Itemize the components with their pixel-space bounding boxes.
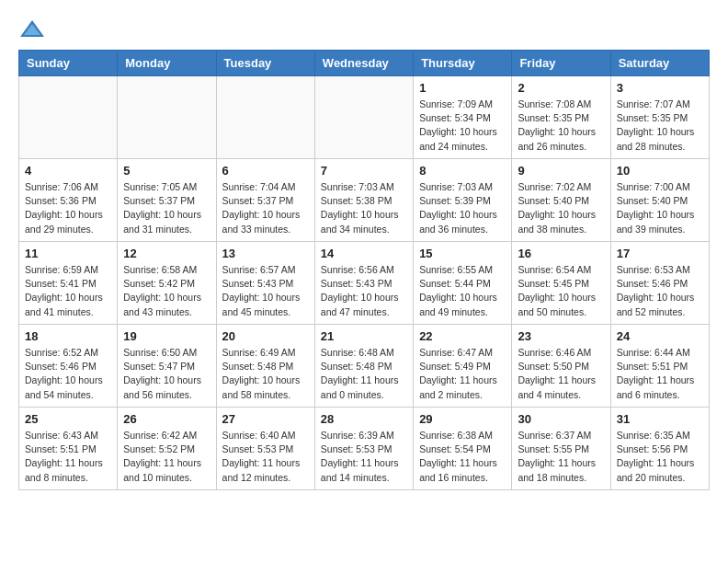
day-number: 23 (518, 329, 604, 343)
day-info: Sunrise: 7:04 AM Sunset: 5:37 PM Dayligh… (222, 180, 309, 236)
calendar-cell: 10Sunrise: 7:00 AM Sunset: 5:40 PM Dayli… (610, 159, 709, 242)
day-number: 7 (321, 164, 407, 178)
weekday-header: Friday (512, 51, 610, 76)
day-info: Sunrise: 6:52 AM Sunset: 5:46 PM Dayligh… (25, 346, 111, 402)
calendar-cell: 4Sunrise: 7:06 AM Sunset: 5:36 PM Daylig… (19, 159, 118, 242)
day-number: 20 (222, 329, 309, 343)
day-info: Sunrise: 7:07 AM Sunset: 5:35 PM Dayligh… (617, 98, 703, 154)
calendar-cell (118, 76, 216, 159)
day-info: Sunrise: 6:35 AM Sunset: 5:56 PM Dayligh… (617, 429, 703, 485)
day-info: Sunrise: 6:58 AM Sunset: 5:42 PM Dayligh… (123, 263, 210, 319)
day-number: 16 (518, 247, 604, 260)
calendar-table: SundayMondayTuesdayWednesdayThursdayFrid… (18, 50, 710, 490)
calendar-cell (216, 76, 314, 159)
day-number: 29 (419, 412, 506, 426)
day-info: Sunrise: 7:00 AM Sunset: 5:40 PM Dayligh… (617, 180, 703, 236)
weekday-header: Saturday (610, 51, 709, 76)
logo-icon (18, 18, 46, 40)
day-info: Sunrise: 6:55 AM Sunset: 5:44 PM Dayligh… (419, 263, 506, 319)
day-info: Sunrise: 7:02 AM Sunset: 5:40 PM Dayligh… (518, 180, 604, 236)
day-number: 24 (617, 329, 703, 343)
day-number: 27 (222, 412, 309, 426)
day-info: Sunrise: 6:43 AM Sunset: 5:51 PM Dayligh… (25, 429, 111, 485)
calendar-cell: 21Sunrise: 6:48 AM Sunset: 5:48 PM Dayli… (314, 325, 413, 408)
calendar-cell: 26Sunrise: 6:42 AM Sunset: 5:52 PM Dayli… (118, 408, 216, 490)
calendar-cell: 11Sunrise: 6:59 AM Sunset: 5:41 PM Dayli… (19, 242, 118, 325)
calendar-cell: 28Sunrise: 6:39 AM Sunset: 5:53 PM Dayli… (314, 408, 413, 490)
day-info: Sunrise: 6:39 AM Sunset: 5:53 PM Dayligh… (321, 429, 407, 485)
day-number: 4 (25, 164, 111, 178)
calendar-cell: 30Sunrise: 6:37 AM Sunset: 5:55 PM Dayli… (512, 408, 610, 490)
calendar-cell: 15Sunrise: 6:55 AM Sunset: 5:44 PM Dayli… (414, 242, 512, 325)
day-number: 6 (222, 164, 309, 178)
day-info: Sunrise: 7:05 AM Sunset: 5:37 PM Dayligh… (123, 180, 210, 236)
weekday-header: Monday (118, 51, 216, 76)
day-info: Sunrise: 6:38 AM Sunset: 5:54 PM Dayligh… (419, 429, 506, 485)
day-number: 1 (419, 81, 506, 95)
calendar-week-row: 11Sunrise: 6:59 AM Sunset: 5:41 PM Dayli… (19, 242, 710, 325)
calendar-cell: 17Sunrise: 6:53 AM Sunset: 5:46 PM Dayli… (610, 242, 709, 325)
calendar-cell: 8Sunrise: 7:03 AM Sunset: 5:39 PM Daylig… (414, 159, 512, 242)
day-number: 2 (518, 81, 604, 95)
day-number: 28 (321, 412, 407, 426)
day-info: Sunrise: 6:56 AM Sunset: 5:43 PM Dayligh… (321, 263, 407, 319)
day-number: 14 (321, 247, 407, 260)
weekday-header: Sunday (19, 51, 118, 76)
day-number: 8 (419, 164, 506, 178)
calendar-cell: 3Sunrise: 7:07 AM Sunset: 5:35 PM Daylig… (610, 76, 709, 159)
day-number: 25 (25, 412, 111, 426)
day-number: 22 (419, 329, 506, 343)
calendar-cell: 24Sunrise: 6:44 AM Sunset: 5:51 PM Dayli… (610, 325, 709, 408)
calendar-week-row: 1Sunrise: 7:09 AM Sunset: 5:34 PM Daylig… (19, 76, 710, 159)
day-info: Sunrise: 7:03 AM Sunset: 5:39 PM Dayligh… (419, 180, 506, 236)
calendar-cell: 23Sunrise: 6:46 AM Sunset: 5:50 PM Dayli… (512, 325, 610, 408)
page-header (18, 18, 710, 40)
day-info: Sunrise: 6:44 AM Sunset: 5:51 PM Dayligh… (617, 346, 703, 402)
day-number: 21 (321, 329, 407, 343)
day-number: 9 (518, 164, 604, 178)
calendar-cell: 16Sunrise: 6:54 AM Sunset: 5:45 PM Dayli… (512, 242, 610, 325)
day-number: 11 (25, 247, 111, 260)
day-info: Sunrise: 6:48 AM Sunset: 5:48 PM Dayligh… (321, 346, 407, 402)
day-info: Sunrise: 7:08 AM Sunset: 5:35 PM Dayligh… (518, 98, 604, 154)
day-info: Sunrise: 6:37 AM Sunset: 5:55 PM Dayligh… (518, 429, 604, 485)
day-number: 17 (617, 247, 703, 260)
weekday-header: Tuesday (216, 51, 314, 76)
calendar-cell: 7Sunrise: 7:03 AM Sunset: 5:38 PM Daylig… (314, 159, 413, 242)
day-number: 19 (123, 329, 210, 343)
calendar-cell: 22Sunrise: 6:47 AM Sunset: 5:49 PM Dayli… (414, 325, 512, 408)
day-number: 3 (617, 81, 703, 95)
day-number: 18 (25, 329, 111, 343)
day-info: Sunrise: 6:47 AM Sunset: 5:49 PM Dayligh… (419, 346, 506, 402)
calendar-cell: 20Sunrise: 6:49 AM Sunset: 5:48 PM Dayli… (216, 325, 314, 408)
day-info: Sunrise: 7:06 AM Sunset: 5:36 PM Dayligh… (25, 180, 111, 236)
day-number: 31 (617, 412, 703, 426)
calendar-cell: 2Sunrise: 7:08 AM Sunset: 5:35 PM Daylig… (512, 76, 610, 159)
calendar-cell: 9Sunrise: 7:02 AM Sunset: 5:40 PM Daylig… (512, 159, 610, 242)
day-info: Sunrise: 6:54 AM Sunset: 5:45 PM Dayligh… (518, 263, 604, 319)
calendar-cell (314, 76, 413, 159)
calendar-cell: 27Sunrise: 6:40 AM Sunset: 5:53 PM Dayli… (216, 408, 314, 490)
calendar-cell: 25Sunrise: 6:43 AM Sunset: 5:51 PM Dayli… (19, 408, 118, 490)
calendar-cell: 14Sunrise: 6:56 AM Sunset: 5:43 PM Dayli… (314, 242, 413, 325)
calendar-cell: 12Sunrise: 6:58 AM Sunset: 5:42 PM Dayli… (118, 242, 216, 325)
calendar-cell: 1Sunrise: 7:09 AM Sunset: 5:34 PM Daylig… (414, 76, 512, 159)
weekday-header: Thursday (414, 51, 512, 76)
day-info: Sunrise: 6:46 AM Sunset: 5:50 PM Dayligh… (518, 346, 604, 402)
logo (18, 18, 50, 40)
day-info: Sunrise: 6:50 AM Sunset: 5:47 PM Dayligh… (123, 346, 210, 402)
calendar-cell: 31Sunrise: 6:35 AM Sunset: 5:56 PM Dayli… (610, 408, 709, 490)
day-info: Sunrise: 6:40 AM Sunset: 5:53 PM Dayligh… (222, 429, 309, 485)
day-number: 15 (419, 247, 506, 260)
calendar-cell: 18Sunrise: 6:52 AM Sunset: 5:46 PM Dayli… (19, 325, 118, 408)
day-info: Sunrise: 6:57 AM Sunset: 5:43 PM Dayligh… (222, 263, 309, 319)
day-info: Sunrise: 7:03 AM Sunset: 5:38 PM Dayligh… (321, 180, 407, 236)
calendar-week-row: 4Sunrise: 7:06 AM Sunset: 5:36 PM Daylig… (19, 159, 710, 242)
calendar-week-row: 25Sunrise: 6:43 AM Sunset: 5:51 PM Dayli… (19, 408, 710, 490)
day-info: Sunrise: 6:49 AM Sunset: 5:48 PM Dayligh… (222, 346, 309, 402)
day-number: 13 (222, 247, 309, 260)
calendar-cell: 6Sunrise: 7:04 AM Sunset: 5:37 PM Daylig… (216, 159, 314, 242)
day-info: Sunrise: 6:42 AM Sunset: 5:52 PM Dayligh… (123, 429, 210, 485)
calendar-week-row: 18Sunrise: 6:52 AM Sunset: 5:46 PM Dayli… (19, 325, 710, 408)
day-number: 30 (518, 412, 604, 426)
